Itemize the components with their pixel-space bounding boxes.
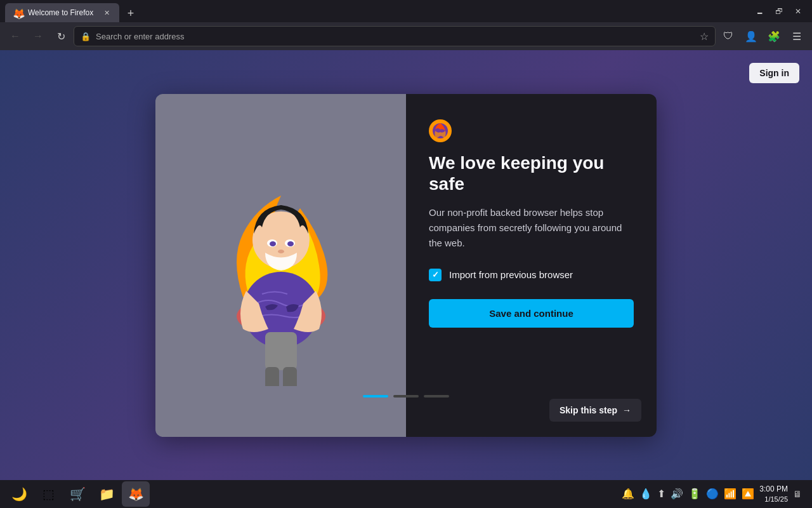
title-bar: 🦊 Welcome to Firefox ✕ + 🗕 🗗 ✕ <box>0 0 812 22</box>
svg-point-10 <box>270 241 276 246</box>
taskbar-firefox-app[interactable]: 🦊 <box>122 481 150 507</box>
navigation-bar: ← → ↻ 🔒 ☆ 🛡 👤 🧩 ☰ <box>0 22 812 50</box>
bookmark-star-icon[interactable]: ☆ <box>700 30 709 43</box>
tab-favicon: 🦊 <box>13 8 23 18</box>
progress-dot-3 <box>424 395 449 398</box>
tab-strip: 🦊 Welcome to Firefox ✕ + <box>5 0 749 22</box>
import-checkbox-label[interactable]: Import from previous browser <box>449 269 573 280</box>
expand-tray-icon[interactable]: 🔼 <box>742 488 754 500</box>
card-description: Our non-profit backed browser helps stop… <box>429 205 634 251</box>
taskbar-store-app[interactable]: 🛒 <box>63 481 91 507</box>
svg-point-12 <box>278 250 284 253</box>
svg-rect-3 <box>265 367 279 386</box>
extensions-icon[interactable]: 🧩 <box>764 26 784 46</box>
card-illustration-panel <box>155 94 406 437</box>
browser-content: Sign in <box>0 50 812 480</box>
svg-rect-2 <box>265 332 297 370</box>
close-button[interactable]: ✕ <box>789 3 807 20</box>
progress-indicators <box>155 395 657 398</box>
save-continue-button[interactable]: Save and continue <box>429 299 634 328</box>
refresh-button[interactable]: ↻ <box>51 26 71 46</box>
progress-dot-1 <box>363 395 388 398</box>
taskbar-time: 3:00 PM <box>759 485 788 495</box>
forward-button[interactable]: → <box>28 26 48 46</box>
volume-icon[interactable]: 🔊 <box>671 488 683 500</box>
svg-point-11 <box>287 241 294 246</box>
steam-icon[interactable]: 💧 <box>639 488 652 500</box>
bluetooth-icon[interactable]: 🔵 <box>706 488 719 500</box>
import-checkbox[interactable] <box>429 269 442 281</box>
taskbar-tray: 🔔 💧 ⬆ 🔊 🔋 🔵 📶 🔼 3:00 PM 1/15/25 🖥 <box>622 485 807 504</box>
tab-close-button[interactable]: ✕ <box>102 8 112 18</box>
card-heading: We love keeping you safe <box>429 152 634 195</box>
lock-icon: 🔒 <box>81 32 91 41</box>
card-content-panel: We love keeping you safe Our non-profit … <box>406 94 657 437</box>
battery-icon[interactable]: 🔋 <box>688 488 701 500</box>
wifi-icon[interactable]: 📶 <box>724 488 737 500</box>
progress-dot-2 <box>393 395 419 398</box>
address-input[interactable] <box>96 32 695 41</box>
show-desktop-icon[interactable]: 🖥 <box>793 489 802 499</box>
pocket-icon[interactable]: 🛡 <box>718 26 738 46</box>
active-tab[interactable]: 🦊 Welcome to Firefox ✕ <box>5 3 119 22</box>
back-button[interactable]: ← <box>5 26 25 46</box>
menu-icon[interactable]: ☰ <box>787 26 807 46</box>
taskbar-files-app[interactable]: 📁 <box>93 481 121 507</box>
taskbar-apps: 🌙 ⬚ 🛒 📁 🦊 <box>5 481 620 507</box>
restore-button[interactable]: 🗗 <box>770 3 788 20</box>
skip-arrow-icon: → <box>622 405 631 415</box>
new-tab-button[interactable]: + <box>122 4 140 22</box>
welcome-card: We love keeping you safe Our non-profit … <box>155 94 657 437</box>
skip-step-button[interactable]: Skip this step → <box>549 399 641 422</box>
firefox-mascot-illustration <box>192 145 370 386</box>
tab-title: Welcome to Firefox <box>28 8 96 17</box>
nav-right-icons: 🛡 👤 🧩 ☰ <box>718 26 807 46</box>
profile-icon[interactable]: 👤 <box>741 26 761 46</box>
minimize-button[interactable]: 🗕 <box>751 3 769 20</box>
taskbar-task-view[interactable]: ⬚ <box>34 481 62 507</box>
address-bar[interactable]: 🔒 ☆ <box>74 26 716 46</box>
firefox-logo <box>429 119 452 142</box>
window-controls: 🗕 🗗 ✕ <box>751 3 807 20</box>
taskbar-start-button[interactable]: 🌙 <box>5 481 33 507</box>
notification-icon[interactable]: 🔔 <box>622 488 634 500</box>
svg-rect-4 <box>283 367 297 386</box>
taskbar-clock[interactable]: 3:00 PM 1/15/25 <box>759 485 788 504</box>
upload-icon[interactable]: ⬆ <box>657 488 665 500</box>
taskbar: 🌙 ⬚ 🛒 📁 🦊 🔔 💧 ⬆ 🔊 🔋 🔵 📶 🔼 3:00 PM 1/15/2… <box>0 480 812 508</box>
sign-in-button[interactable]: Sign in <box>749 63 799 83</box>
taskbar-date: 1/15/25 <box>759 495 788 504</box>
skip-step-label: Skip this step <box>560 405 617 415</box>
import-checkbox-row: Import from previous browser <box>429 269 634 281</box>
